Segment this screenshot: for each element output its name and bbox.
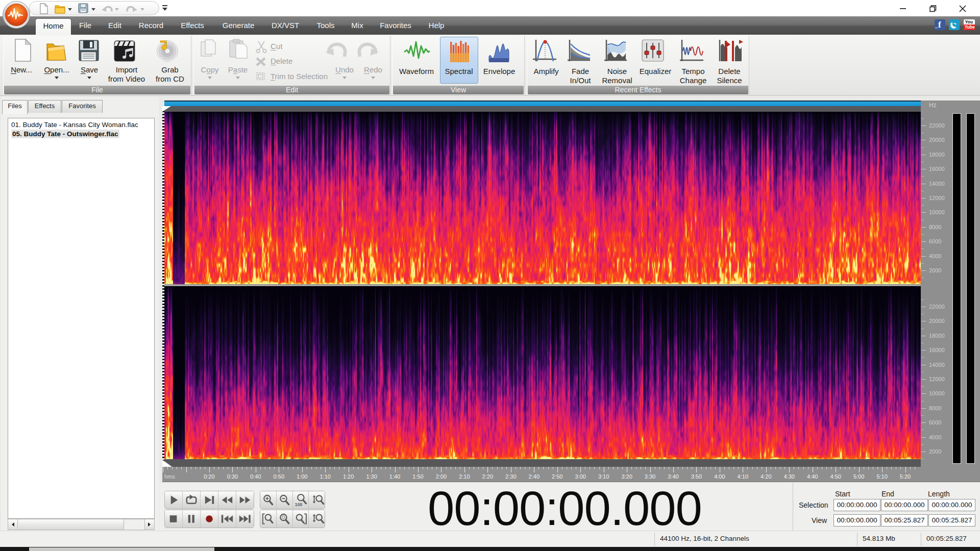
svg-text:100: 100 xyxy=(295,502,302,507)
